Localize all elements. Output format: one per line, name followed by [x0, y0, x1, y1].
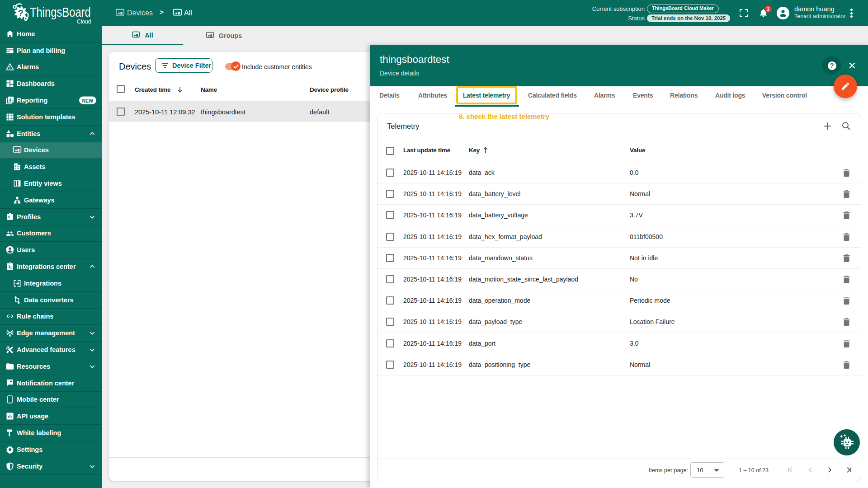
svg-text:?: ?	[18, 8, 24, 18]
